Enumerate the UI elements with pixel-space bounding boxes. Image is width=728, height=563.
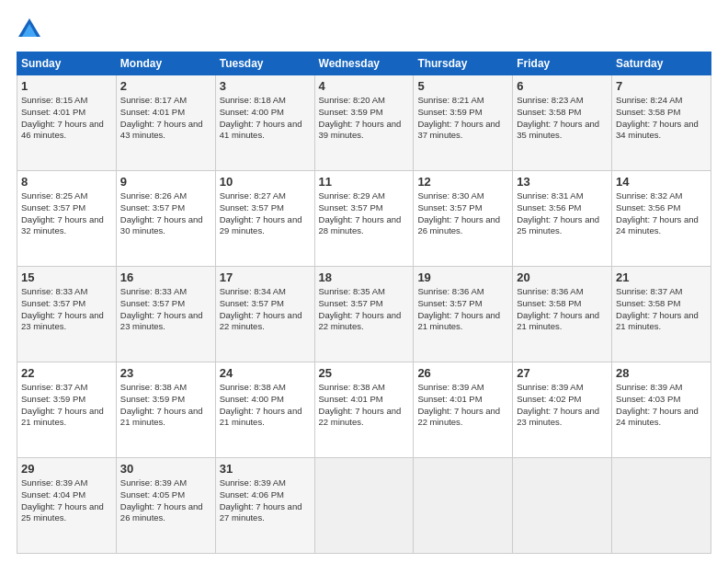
day-cell: 13Sunrise: 8:31 AMSunset: 3:56 PMDayligh… xyxy=(513,171,612,267)
day-number: 5 xyxy=(417,79,508,93)
day-info: Sunrise: 8:30 AMSunset: 3:57 PMDaylight:… xyxy=(417,190,508,237)
day-cell: 17Sunrise: 8:34 AMSunset: 3:57 PMDayligh… xyxy=(215,267,314,362)
logo xyxy=(17,17,46,42)
day-cell: 10Sunrise: 8:27 AMSunset: 3:57 PMDayligh… xyxy=(215,171,314,267)
day-info: Sunrise: 8:29 AMSunset: 3:57 PMDaylight:… xyxy=(319,190,410,237)
header-monday: Monday xyxy=(116,52,215,75)
day-cell xyxy=(414,458,513,554)
day-cell: 15Sunrise: 8:33 AMSunset: 3:57 PMDayligh… xyxy=(17,267,117,362)
day-number: 28 xyxy=(616,366,707,380)
calendar-table: SundayMondayTuesdayWednesdayThursdayFrid… xyxy=(17,52,711,554)
day-cell: 3Sunrise: 8:18 AMSunset: 4:00 PMDaylight… xyxy=(215,75,314,171)
day-info: Sunrise: 8:35 AMSunset: 3:57 PMDaylight:… xyxy=(319,286,410,333)
day-cell: 14Sunrise: 8:32 AMSunset: 3:56 PMDayligh… xyxy=(612,171,711,267)
day-cell: 6Sunrise: 8:23 AMSunset: 3:58 PMDaylight… xyxy=(513,75,612,171)
logo-icon xyxy=(17,17,42,42)
day-number: 15 xyxy=(21,270,112,284)
day-info: Sunrise: 8:37 AMSunset: 3:59 PMDaylight:… xyxy=(21,382,112,429)
day-cell xyxy=(612,458,711,554)
day-cell: 5Sunrise: 8:21 AMSunset: 3:59 PMDaylight… xyxy=(414,75,513,171)
week-row-4: 22Sunrise: 8:37 AMSunset: 3:59 PMDayligh… xyxy=(17,362,711,458)
day-number: 27 xyxy=(517,366,608,380)
day-info: Sunrise: 8:39 AMSunset: 4:05 PMDaylight:… xyxy=(120,477,211,524)
day-cell: 26Sunrise: 8:39 AMSunset: 4:01 PMDayligh… xyxy=(414,362,513,458)
day-cell: 28Sunrise: 8:39 AMSunset: 4:03 PMDayligh… xyxy=(612,362,711,458)
day-cell: 11Sunrise: 8:29 AMSunset: 3:57 PMDayligh… xyxy=(314,171,414,267)
day-number: 22 xyxy=(21,366,112,380)
header-saturday: Saturday xyxy=(612,52,711,75)
day-info: Sunrise: 8:38 AMSunset: 4:00 PMDaylight:… xyxy=(220,382,311,429)
header-wednesday: Wednesday xyxy=(314,52,414,75)
day-info: Sunrise: 8:20 AMSunset: 3:59 PMDaylight:… xyxy=(319,95,410,142)
day-number: 2 xyxy=(120,79,211,93)
day-cell: 1Sunrise: 8:15 AMSunset: 4:01 PMDaylight… xyxy=(17,75,117,171)
day-number: 9 xyxy=(120,175,211,189)
day-number: 6 xyxy=(517,79,608,93)
day-number: 3 xyxy=(220,79,311,93)
day-info: Sunrise: 8:15 AMSunset: 4:01 PMDaylight:… xyxy=(21,95,112,142)
calendar-header-row: SundayMondayTuesdayWednesdayThursdayFrid… xyxy=(17,52,711,75)
header-thursday: Thursday xyxy=(414,52,513,75)
day-info: Sunrise: 8:24 AMSunset: 3:58 PMDaylight:… xyxy=(616,95,707,142)
day-cell: 29Sunrise: 8:39 AMSunset: 4:04 PMDayligh… xyxy=(17,458,117,554)
day-info: Sunrise: 8:33 AMSunset: 3:57 PMDaylight:… xyxy=(21,286,112,333)
day-number: 7 xyxy=(616,79,707,93)
day-number: 13 xyxy=(517,175,608,189)
day-info: Sunrise: 8:17 AMSunset: 4:01 PMDaylight:… xyxy=(120,95,211,142)
day-info: Sunrise: 8:36 AMSunset: 3:58 PMDaylight:… xyxy=(517,286,608,333)
day-info: Sunrise: 8:25 AMSunset: 3:57 PMDaylight:… xyxy=(21,190,112,237)
day-number: 31 xyxy=(220,462,311,476)
day-info: Sunrise: 8:38 AMSunset: 3:59 PMDaylight:… xyxy=(120,382,211,429)
day-cell: 23Sunrise: 8:38 AMSunset: 3:59 PMDayligh… xyxy=(116,362,215,458)
day-cell: 4Sunrise: 8:20 AMSunset: 3:59 PMDaylight… xyxy=(314,75,414,171)
day-number: 8 xyxy=(21,175,112,189)
day-cell: 20Sunrise: 8:36 AMSunset: 3:58 PMDayligh… xyxy=(513,267,612,362)
day-cell: 31Sunrise: 8:39 AMSunset: 4:06 PMDayligh… xyxy=(215,458,314,554)
day-cell: 7Sunrise: 8:24 AMSunset: 3:58 PMDaylight… xyxy=(612,75,711,171)
day-cell: 12Sunrise: 8:30 AMSunset: 3:57 PMDayligh… xyxy=(414,171,513,267)
day-info: Sunrise: 8:21 AMSunset: 3:59 PMDaylight:… xyxy=(417,95,508,142)
day-number: 19 xyxy=(417,270,508,284)
day-info: Sunrise: 8:31 AMSunset: 3:56 PMDaylight:… xyxy=(517,190,608,237)
day-number: 11 xyxy=(319,175,410,189)
day-cell xyxy=(513,458,612,554)
day-number: 26 xyxy=(417,366,508,380)
day-info: Sunrise: 8:33 AMSunset: 3:57 PMDaylight:… xyxy=(120,286,211,333)
day-cell: 19Sunrise: 8:36 AMSunset: 3:57 PMDayligh… xyxy=(414,267,513,362)
day-cell: 8Sunrise: 8:25 AMSunset: 3:57 PMDaylight… xyxy=(17,171,117,267)
week-row-2: 8Sunrise: 8:25 AMSunset: 3:57 PMDaylight… xyxy=(17,171,711,267)
day-info: Sunrise: 8:26 AMSunset: 3:57 PMDaylight:… xyxy=(120,190,211,237)
day-number: 21 xyxy=(616,270,707,284)
day-info: Sunrise: 8:23 AMSunset: 3:58 PMDaylight:… xyxy=(517,95,608,142)
day-number: 20 xyxy=(517,270,608,284)
day-info: Sunrise: 8:39 AMSunset: 4:02 PMDaylight:… xyxy=(517,382,608,429)
day-number: 25 xyxy=(319,366,410,380)
day-cell xyxy=(314,458,414,554)
week-row-5: 29Sunrise: 8:39 AMSunset: 4:04 PMDayligh… xyxy=(17,458,711,554)
day-info: Sunrise: 8:18 AMSunset: 4:00 PMDaylight:… xyxy=(220,95,311,142)
page-container: SundayMondayTuesdayWednesdayThursdayFrid… xyxy=(0,0,728,563)
day-info: Sunrise: 8:32 AMSunset: 3:56 PMDaylight:… xyxy=(616,190,707,237)
day-cell: 22Sunrise: 8:37 AMSunset: 3:59 PMDayligh… xyxy=(17,362,117,458)
day-cell: 24Sunrise: 8:38 AMSunset: 4:00 PMDayligh… xyxy=(215,362,314,458)
day-number: 30 xyxy=(120,462,211,476)
day-cell: 2Sunrise: 8:17 AMSunset: 4:01 PMDaylight… xyxy=(116,75,215,171)
header-sunday: Sunday xyxy=(17,52,117,75)
day-info: Sunrise: 8:39 AMSunset: 4:03 PMDaylight:… xyxy=(616,382,707,429)
day-number: 23 xyxy=(120,366,211,380)
day-info: Sunrise: 8:37 AMSunset: 3:58 PMDaylight:… xyxy=(616,286,707,333)
week-row-1: 1Sunrise: 8:15 AMSunset: 4:01 PMDaylight… xyxy=(17,75,711,171)
day-number: 24 xyxy=(220,366,311,380)
day-info: Sunrise: 8:39 AMSunset: 4:04 PMDaylight:… xyxy=(21,477,112,524)
day-number: 18 xyxy=(319,270,410,284)
day-info: Sunrise: 8:27 AMSunset: 3:57 PMDaylight:… xyxy=(220,190,311,237)
day-cell: 21Sunrise: 8:37 AMSunset: 3:58 PMDayligh… xyxy=(612,267,711,362)
header xyxy=(17,17,711,42)
day-number: 29 xyxy=(21,462,112,476)
week-row-3: 15Sunrise: 8:33 AMSunset: 3:57 PMDayligh… xyxy=(17,267,711,362)
day-info: Sunrise: 8:38 AMSunset: 4:01 PMDaylight:… xyxy=(319,382,410,429)
day-cell: 18Sunrise: 8:35 AMSunset: 3:57 PMDayligh… xyxy=(314,267,414,362)
header-friday: Friday xyxy=(513,52,612,75)
day-number: 1 xyxy=(21,79,112,93)
day-cell: 27Sunrise: 8:39 AMSunset: 4:02 PMDayligh… xyxy=(513,362,612,458)
